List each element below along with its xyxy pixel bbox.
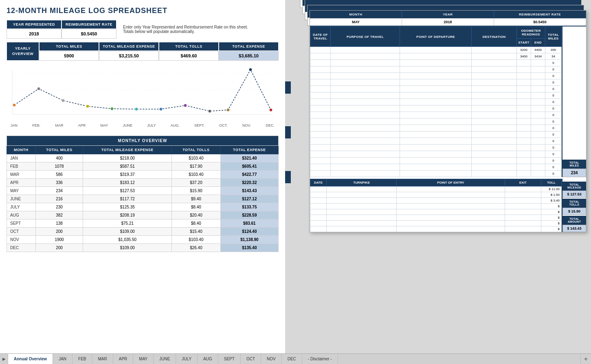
- toll-turnpike: [327, 226, 397, 232]
- monthly-row: SEPT 138 $75.21 $8.40 $83.61: [7, 219, 279, 228]
- tab-apr[interactable]: APR: [113, 354, 134, 364]
- tr-destination: [472, 164, 517, 171]
- chart-labels: JAN FEB. MAR APR MAY JUNE JULY AUG. SEPT…: [7, 123, 279, 127]
- instruction-line-1: Enter only Year Represented and Reimburs…: [123, 25, 279, 29]
- tr-end: [531, 145, 545, 151]
- yearly-mileage-value: $3,215.50: [99, 51, 159, 61]
- year-value[interactable]: 2018: [7, 29, 62, 39]
- side-tab-3[interactable]: [285, 171, 291, 183]
- side-tab-1[interactable]: [285, 81, 291, 94]
- tab-mar[interactable]: MAR: [92, 354, 113, 364]
- chart-label-may: MAY: [100, 123, 108, 127]
- svg-point-9: [86, 105, 89, 108]
- col-month: MONTH: [7, 146, 36, 154]
- row-miles: 400: [35, 154, 83, 162]
- tr-total: 0: [545, 112, 562, 118]
- tr-date: [310, 53, 331, 60]
- total-tolls-value: $ 15.90: [562, 208, 586, 215]
- tr-destination: [472, 79, 517, 86]
- chart-label-aug: AUG.: [171, 123, 180, 127]
- monthly-overview-title: MONTHLY OVERVIEW: [7, 136, 279, 146]
- tr-purpose: [331, 92, 400, 99]
- tr-purpose: [331, 164, 400, 171]
- monthly-row: MAY 234 $127.53 $15.90 $143.43: [7, 187, 279, 195]
- row-total: $228.59: [220, 211, 278, 219]
- tr-departure: [400, 47, 472, 53]
- tr-purpose: [331, 112, 400, 118]
- may-year-label: YEAR: [402, 11, 494, 18]
- tr-date: [310, 47, 331, 53]
- row-mileage-exp: $109.00: [83, 228, 172, 236]
- tab-dec[interactable]: DEC: [282, 354, 302, 364]
- tab-oct[interactable]: OCT: [241, 354, 261, 364]
- tab-aug[interactable]: AUG: [198, 354, 218, 364]
- row-mileage-exp: $127.53: [83, 187, 172, 195]
- toll-turnpike: [327, 192, 397, 198]
- th-total-miles: TOTALMILES: [545, 27, 562, 47]
- tr-date: [310, 92, 331, 99]
- tab-feb[interactable]: FEB: [73, 354, 92, 364]
- tr-purpose: [331, 145, 400, 151]
- th-odometer: ODOMETER READINGS: [517, 27, 545, 39]
- tr-end: [531, 86, 545, 92]
- tr-total: 0: [545, 79, 562, 86]
- row-miles: 138: [35, 219, 83, 228]
- yearly-miles-header: TOTAL MILES: [39, 42, 99, 51]
- tab-sept[interactable]: SEPT: [218, 354, 241, 364]
- side-tab-2[interactable]: [285, 126, 291, 138]
- row-miles: 200: [35, 228, 83, 236]
- tr-total: 0: [545, 118, 562, 125]
- tab-nov[interactable]: NOV: [261, 354, 282, 364]
- tab-prev-arrow[interactable]: ▶: [0, 354, 8, 364]
- tab-jan[interactable]: JAN: [53, 354, 73, 364]
- svg-point-17: [269, 108, 272, 112]
- tab---disclaimer--[interactable]: - Disclaimer -: [302, 354, 338, 364]
- row-mileage-exp: $319.37: [83, 171, 172, 179]
- tab-annual-overview[interactable]: Annual Overview: [8, 354, 53, 364]
- th-departure: POINT OF DEPARTURE: [400, 27, 472, 47]
- toll-exit: [505, 192, 541, 198]
- th-toll-date: DATE: [310, 179, 327, 186]
- may-month-label: MONTH: [310, 11, 402, 18]
- tr-end: [531, 118, 545, 125]
- tr-departure: [400, 79, 472, 86]
- row-mileage-exp: $183.12: [83, 179, 172, 187]
- toll-row: $: [310, 215, 562, 221]
- yearly-mileage-col: TOTAL MILEAGE EXPENSE $3,215.50: [99, 42, 159, 61]
- travel-row: 3400 3434 34: [310, 53, 562, 60]
- toll-row: $: [310, 221, 562, 226]
- toll-exit: [505, 215, 541, 221]
- tr-destination: [472, 60, 517, 66]
- row-total: $143.43: [220, 187, 278, 195]
- tr-destination: [472, 66, 517, 73]
- travel-row: 0: [310, 73, 562, 79]
- yearly-total-value: $3,685.10: [219, 51, 279, 61]
- tr-departure: [400, 125, 472, 132]
- tr-departure: [400, 132, 472, 138]
- tab-june[interactable]: JUNE: [154, 354, 176, 364]
- toll-date: [310, 221, 327, 226]
- th-toll-amt: TOLL: [541, 179, 562, 186]
- tr-destination: [472, 145, 517, 151]
- yearly-tolls-col: TOTAL TOLLS $469.60: [159, 42, 219, 61]
- rate-value[interactable]: $0.5450: [62, 29, 116, 39]
- right-panel: MONTH YEAR REIMBURSEMENT RATE JANUARY 20…: [285, 0, 591, 353]
- tr-date: [310, 151, 331, 158]
- may-summary-section: TOTALMILES 234: [562, 26, 586, 177]
- tr-total: 0: [545, 125, 562, 132]
- toll-exit: [505, 221, 541, 226]
- toll-entry: [397, 186, 505, 192]
- tr-start: [517, 118, 531, 125]
- tr-departure: [400, 118, 472, 125]
- total-tolls-label: TOTALTOLLS: [562, 199, 586, 208]
- chart-label-mar: MAR: [55, 123, 63, 127]
- tr-destination: [472, 53, 517, 60]
- tab-july[interactable]: JULY: [176, 354, 198, 364]
- tab-may[interactable]: MAY: [133, 354, 154, 364]
- tr-total: 0: [545, 86, 562, 92]
- tab-add-button[interactable]: +: [580, 354, 591, 364]
- toll-entry: [397, 209, 505, 215]
- tr-total: 0: [545, 105, 562, 112]
- tr-purpose: [331, 79, 400, 86]
- toll-entry: [397, 221, 505, 226]
